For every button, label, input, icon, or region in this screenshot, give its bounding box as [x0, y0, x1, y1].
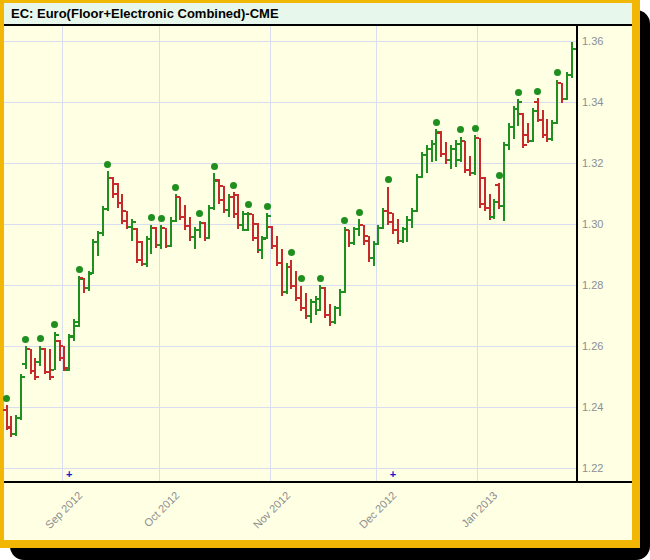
open-tick: [85, 287, 88, 289]
open-tick: [128, 226, 131, 228]
price-bar: [92, 239, 94, 274]
open-tick: [408, 219, 411, 221]
close-tick: [519, 101, 522, 103]
open-tick: [374, 243, 377, 245]
price-bar: [319, 285, 321, 311]
open-tick: [466, 169, 469, 171]
open-tick: [490, 216, 493, 218]
open-tick: [239, 224, 242, 226]
open-tick: [553, 122, 556, 124]
open-tick: [283, 291, 286, 293]
close-tick: [22, 376, 25, 378]
price-bar: [474, 135, 476, 175]
open-tick: [403, 228, 406, 230]
open-tick: [7, 426, 10, 428]
h-gridline: [4, 102, 576, 103]
open-tick: [548, 138, 551, 140]
swing-high-dot: [37, 335, 44, 342]
price-bar: [344, 227, 346, 293]
open-tick: [201, 222, 204, 224]
event-marker-plus: +: [63, 468, 75, 480]
swing-high-dot: [3, 395, 10, 402]
open-tick: [89, 273, 92, 275]
open-tick: [22, 363, 25, 365]
v-gridline: [376, 26, 377, 481]
open-tick: [244, 229, 247, 231]
open-tick: [225, 209, 228, 211]
chart-window: EC: Euro(Floor+Electronic Combined)-CME …: [0, 0, 640, 548]
v-gridline: [62, 26, 63, 481]
open-tick: [500, 205, 503, 207]
swing-high-dot: [341, 217, 348, 224]
v-gridline: [159, 26, 160, 481]
open-tick: [360, 224, 363, 226]
price-bar: [532, 108, 534, 142]
y-axis-label: 1.30: [582, 218, 628, 231]
open-tick: [99, 232, 102, 234]
open-tick: [51, 369, 54, 371]
open-tick: [287, 266, 290, 268]
open-tick: [481, 177, 484, 179]
price-bar: [117, 183, 119, 208]
price-bar: [54, 332, 56, 371]
close-tick: [524, 144, 527, 146]
price-bar: [426, 145, 428, 173]
open-tick: [70, 335, 73, 337]
close-tick: [51, 376, 54, 378]
close-tick: [133, 221, 136, 223]
price-bar: [112, 177, 114, 198]
price-bar: [136, 228, 138, 263]
open-tick: [442, 153, 445, 155]
open-tick: [138, 241, 141, 243]
swing-high-dot: [554, 69, 561, 76]
price-bar: [102, 206, 104, 237]
open-tick: [36, 361, 39, 363]
open-tick: [568, 74, 571, 76]
open-tick: [254, 223, 257, 225]
open-tick: [302, 307, 305, 309]
open-tick: [495, 184, 498, 186]
open-tick: [292, 285, 295, 287]
open-tick: [457, 159, 460, 161]
open-tick: [114, 183, 117, 185]
y-axis-label: 1.24: [582, 401, 628, 414]
close-tick: [263, 238, 266, 240]
price-bar: [97, 231, 99, 256]
swing-high-dot: [385, 176, 392, 183]
price-bar: [387, 187, 389, 225]
open-tick: [519, 113, 522, 115]
price-bar: [150, 225, 152, 254]
price-bar: [339, 289, 341, 316]
open-tick: [215, 179, 218, 181]
open-tick: [60, 345, 63, 347]
open-tick: [191, 236, 194, 238]
h-gridline: [4, 346, 576, 347]
swing-high-dot: [148, 214, 155, 221]
open-tick: [461, 140, 464, 142]
open-tick: [336, 307, 339, 309]
swing-high-dot: [196, 210, 203, 217]
open-tick: [432, 143, 435, 145]
open-tick: [162, 227, 165, 229]
price-bar: [146, 236, 148, 267]
swing-high-dot: [356, 209, 363, 216]
swing-high-dot: [172, 184, 179, 191]
close-tick: [56, 334, 59, 336]
open-tick: [389, 212, 392, 214]
price-bar: [416, 174, 418, 212]
chart-title: EC: Euro(Floor+Electronic Combined)-CME: [11, 6, 279, 21]
open-tick: [331, 321, 334, 323]
open-tick: [563, 98, 566, 100]
price-bar: [348, 230, 350, 247]
swing-high-dot: [496, 172, 503, 179]
open-tick: [172, 220, 175, 222]
open-tick: [428, 148, 431, 150]
open-tick: [365, 235, 368, 237]
swing-high-dot: [472, 125, 479, 132]
swing-high-dot: [288, 249, 295, 256]
open-tick: [220, 185, 223, 187]
open-tick: [123, 210, 126, 212]
swing-high-dot: [22, 336, 29, 343]
open-tick: [370, 257, 373, 259]
swing-high-dot: [245, 201, 252, 208]
